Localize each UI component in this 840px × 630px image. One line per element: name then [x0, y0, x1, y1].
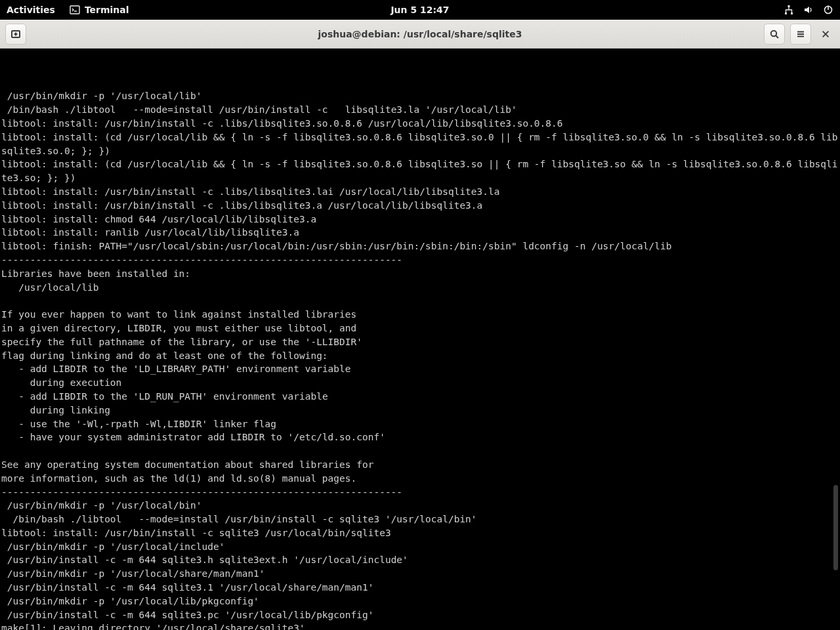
svg-rect-2 — [788, 5, 790, 7]
scrollbar-thumb[interactable] — [833, 485, 838, 570]
svg-point-10 — [771, 30, 776, 35]
activities-button[interactable]: Activities — [7, 5, 55, 15]
close-button[interactable] — [816, 25, 835, 43]
terminal-viewport[interactable]: /usr/bin/mkdir -p '/usr/local/lib' /bin/… — [0, 49, 840, 630]
svg-line-11 — [776, 35, 778, 38]
app-name-label: Terminal — [85, 5, 129, 15]
search-button[interactable] — [764, 24, 785, 45]
active-app-indicator[interactable]: Terminal — [70, 5, 129, 15]
volume-icon[interactable] — [803, 5, 814, 15]
menu-button[interactable] — [790, 24, 811, 45]
svg-rect-4 — [791, 12, 793, 14]
terminal-titlebar: joshua@debian: /usr/local/share/sqlite3 — [0, 20, 840, 49]
terminal-output: /usr/bin/mkdir -p '/usr/local/lib' /bin/… — [1, 91, 838, 630]
gnome-topbar: Activities Terminal Jun 5 12:47 — [0, 0, 840, 20]
clock[interactable]: Jun 5 12:47 — [390, 5, 449, 15]
svg-rect-0 — [70, 6, 79, 14]
window-title: joshua@debian: /usr/local/share/sqlite3 — [318, 29, 522, 39]
power-icon[interactable] — [823, 5, 833, 15]
network-icon[interactable] — [784, 5, 794, 15]
new-tab-button[interactable] — [5, 24, 26, 45]
terminal-icon — [70, 5, 80, 15]
svg-rect-3 — [785, 12, 787, 14]
